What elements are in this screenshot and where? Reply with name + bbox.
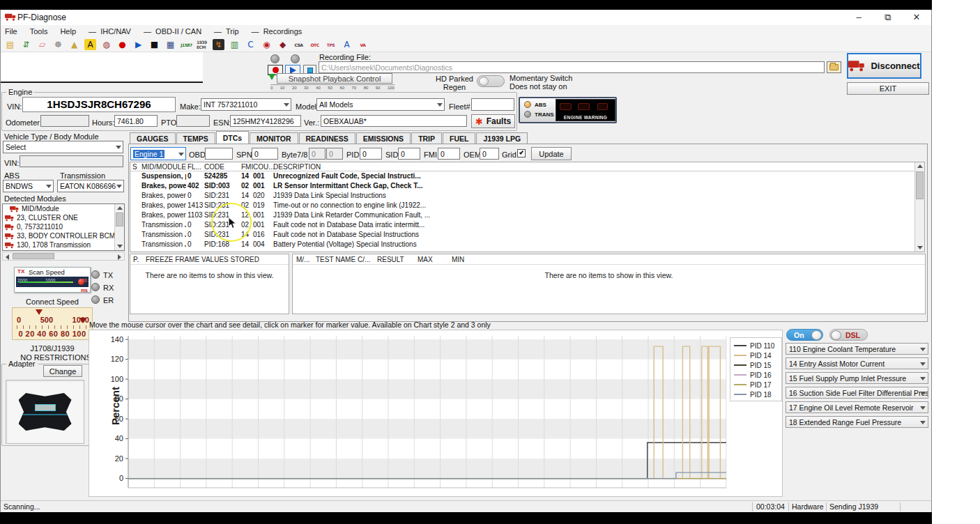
board-icon[interactable]: ▥ <box>229 39 240 50</box>
ver-input[interactable] <box>321 115 467 127</box>
diamond-icon[interactable]: ◆ <box>277 39 289 50</box>
menu-item[interactable]: Help <box>60 27 76 36</box>
dtc-table-row[interactable]: Brakes, power u... 1413 SID:231 02 019 T… <box>130 201 914 210</box>
source-select[interactable]: Engine 1 <box>130 147 186 160</box>
pid-select[interactable]: 15 Fuel Supply Pump Inlet Pressure <box>786 372 928 384</box>
module-list-item[interactable]: MID/Module <box>3 204 124 213</box>
menu-item[interactable]: — Trip <box>214 27 238 36</box>
play-icon[interactable]: ▶ <box>132 39 144 50</box>
tps-icon[interactable]: TPS <box>325 39 337 50</box>
odometer-label: Odometer: <box>6 118 42 127</box>
scroll-thumb[interactable] <box>116 213 123 226</box>
j1587-icon[interactable]: J1587 <box>181 39 192 50</box>
globe-icon[interactable]: ◉ <box>261 39 273 50</box>
abs-select[interactable]: BNDWS <box>3 180 54 192</box>
vin-value: 1HSDJSJR8CH67296 <box>22 97 176 112</box>
ecm-1939-icon[interactable]: 1939 ECM <box>197 39 208 50</box>
faults-icon: ✱ <box>475 116 483 127</box>
transmission-select[interactable]: EATON K086696 <box>57 180 124 192</box>
obd-input[interactable] <box>205 148 233 160</box>
modules-hscrollbar[interactable] <box>2 252 125 261</box>
scroll-thumb[interactable] <box>916 171 924 199</box>
minimize-button[interactable]: – <box>845 10 873 25</box>
snapshot-playback-button[interactable]: Snapshot Playback Control <box>277 73 392 84</box>
hours-input[interactable] <box>114 115 158 127</box>
stop-icon[interactable]: ■ <box>148 39 160 50</box>
scroll-down-icon[interactable] <box>117 245 123 248</box>
module-list-item[interactable]: 23, CLUSTER ONE <box>3 213 124 222</box>
grid-checkbox[interactable] <box>517 149 526 157</box>
module-list-item[interactable]: 33, BODY CONTROLLER BCM <box>3 231 124 240</box>
menu-item[interactable]: — Recordings <box>252 27 303 36</box>
dtc-table-row[interactable]: Suspension, p... 0 524285 14 001 Unrecog… <box>130 171 914 181</box>
eraser-icon[interactable]: ▱ <box>36 39 48 50</box>
disconnect-button[interactable]: Disconnect <box>847 53 921 79</box>
open-folder-icon[interactable]: ▤ <box>4 39 16 50</box>
recording-file-input[interactable] <box>319 61 825 73</box>
fleet-input[interactable] <box>471 98 514 111</box>
pid-select[interactable]: 17 Engine Oil Level Remote Reservoir <box>786 401 928 413</box>
record-icon[interactable]: ● <box>116 39 128 50</box>
sid-input[interactable] <box>398 148 420 160</box>
scroll-right-icon[interactable] <box>118 254 121 260</box>
update-button[interactable]: Update <box>531 147 572 160</box>
pid-input[interactable] <box>360 148 382 160</box>
dtc-table-row[interactable]: Brakes, power u... 0 SID:231 14 020 J193… <box>130 191 914 201</box>
menu-item[interactable]: — IHC/NAV <box>89 27 131 36</box>
scroll-down-icon[interactable] <box>917 246 923 249</box>
pid-select[interactable]: 110 Engine Coolant Temperature <box>786 343 928 355</box>
model-select[interactable]: All Models <box>316 98 445 111</box>
menu-item[interactable]: — OBD-II / CAN <box>144 27 201 36</box>
menu-item[interactable]: File <box>5 27 17 36</box>
exit-button[interactable]: EXIT <box>847 82 929 95</box>
status-divider <box>826 502 827 511</box>
change-adapter-button[interactable]: Change <box>43 365 82 377</box>
dtc-table-row[interactable]: Transmission J... 0 PID:168 14 004 Batte… <box>130 240 914 249</box>
fmi-input[interactable] <box>438 148 460 160</box>
gear-icon[interactable]: ☸ <box>52 39 64 50</box>
scroll-left-icon[interactable] <box>6 254 9 260</box>
odometer-input[interactable] <box>40 115 89 127</box>
detected-modules-list[interactable]: MID/Module 23, CLUSTER ONE 0, 7573211010… <box>2 203 125 251</box>
a-brand-icon[interactable]: A <box>341 39 353 50</box>
connect-icon[interactable]: ⇵ <box>20 39 32 50</box>
header-divider <box>130 264 289 265</box>
truck-icon <box>5 242 14 249</box>
make-select[interactable]: INT 7573211010 <box>201 98 291 111</box>
scroll-up-icon[interactable] <box>117 206 123 210</box>
vehicle-type-select[interactable]: Select <box>3 141 123 153</box>
browse-folder-button[interactable] <box>827 61 841 73</box>
modules-vscrollbar[interactable] <box>114 204 124 250</box>
module-list-item[interactable]: 0, 7573211010 <box>3 222 124 231</box>
dsl-toggle[interactable]: DSL <box>829 329 868 341</box>
otc-icon[interactable]: OTC <box>309 39 321 50</box>
dtc-table-row[interactable]: Brakes, power... 402 SID:003 02 001 LR S… <box>130 181 914 191</box>
va-icon[interactable]: VA <box>357 39 369 50</box>
pto-input[interactable] <box>176 115 210 127</box>
esn-input[interactable] <box>230 115 301 127</box>
pid-select[interactable]: 18 Extended Range Fuel Pressure <box>786 416 928 428</box>
csa-icon[interactable]: CSA <box>293 39 305 50</box>
scroll-up-icon[interactable] <box>917 164 923 168</box>
pid-select[interactable]: 14 Entry Assist Motor Current <box>786 357 928 369</box>
line-chart[interactable]: 020406080100120140 <box>109 334 730 493</box>
hd-regen-toggle[interactable] <box>477 75 505 87</box>
spn-input[interactable] <box>252 148 278 160</box>
module-list-item[interactable]: 130, 1708 Transmission <box>3 240 124 249</box>
sidebar-vin-input[interactable] <box>20 155 123 167</box>
scroll-thumb[interactable] <box>13 253 54 259</box>
c-brand-icon[interactable]: C <box>245 39 257 50</box>
power-icon[interactable]: ↯ <box>213 39 224 50</box>
close-button[interactable]: ✕ <box>903 10 931 25</box>
graph-icon[interactable]: ◍ <box>100 39 112 50</box>
chart-on-toggle[interactable]: On <box>786 329 823 341</box>
faults-button[interactable]: ✱ Faults <box>471 114 515 128</box>
restore-button[interactable]: ⧉ <box>874 10 902 25</box>
calendar-icon[interactable]: ▦ <box>164 39 176 50</box>
truck-scale-icon[interactable]: ▲ <box>68 39 80 50</box>
oem-input[interactable] <box>480 148 499 160</box>
hazard-a-icon[interactable]: A <box>84 39 96 50</box>
menu-item[interactable]: Tools <box>30 27 48 36</box>
dtc-vscrollbar[interactable] <box>914 162 924 252</box>
pid-select[interactable]: 16 Suction Side Fuel Filter Differential… <box>786 387 928 399</box>
